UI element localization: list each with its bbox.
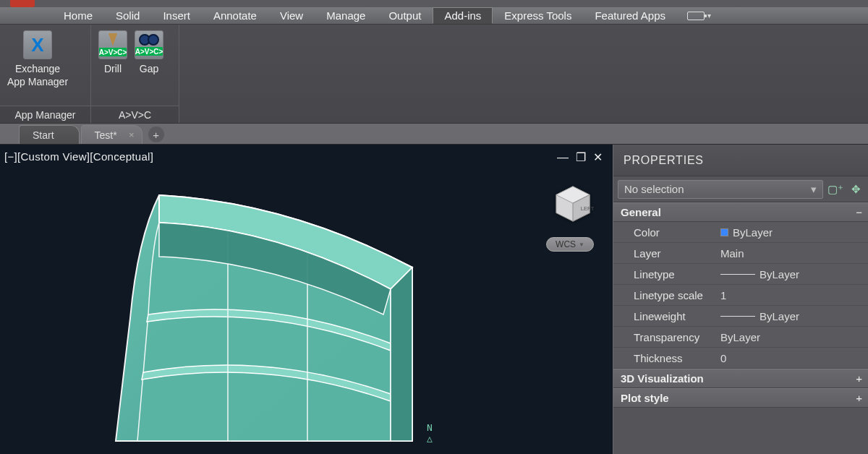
new-tab-button[interactable]: + — [148, 127, 164, 142]
prop-value: ByLayer — [760, 310, 799, 322]
prop-value: ByLayer — [733, 226, 773, 239]
prop-value: ByLayer — [720, 331, 760, 343]
file-tab-test[interactable]: Test* × — [81, 125, 142, 144]
lineweight-preview-icon — [720, 316, 755, 317]
selection-row: No selection ▾ ▢⁺ ✥ — [613, 176, 868, 202]
prop-label: Thickness — [613, 352, 720, 364]
quick-select-icon[interactable]: ▢⁺ — [827, 181, 843, 197]
prop-value: 1 — [720, 289, 726, 301]
chevron-down-icon: ▼ — [579, 241, 584, 248]
menu-addins[interactable]: Add-ins — [433, 7, 493, 24]
prop-row-linetype-scale[interactable]: Linetype scale 1 — [613, 285, 868, 306]
prop-row-transparency[interactable]: Transparency ByLayer — [613, 327, 868, 348]
menu-solid[interactable]: Solid — [104, 7, 151, 24]
viewport[interactable]: [−][Custom View][Conceptual] — ❐ ✕ LEFT … — [0, 145, 613, 454]
tab-label: Test* — [95, 129, 117, 141]
ribbon: X Exchange App Manager App Manager A>V>C… — [0, 25, 868, 124]
viewport-label[interactable]: [−][Custom View][Conceptual] — [4, 150, 153, 163]
selection-value: No selection — [624, 183, 684, 195]
compass-label: N — [427, 422, 433, 433]
menu-annotate[interactable]: Annotate — [202, 7, 268, 24]
viewcube[interactable]: LEFT — [552, 184, 594, 226]
button-label: Exchange App Manager — [7, 63, 68, 88]
prop-label: Linetype scale — [613, 289, 720, 301]
collapse-icon: − — [856, 206, 862, 218]
section-title: 3D Visualization — [621, 372, 704, 385]
file-tab-start[interactable]: Start — [19, 125, 80, 144]
prop-row-color[interactable]: Color ByLayer — [613, 222, 868, 243]
button-label: Gap — [140, 63, 158, 76]
exchange-app-manager-button[interactable]: X Exchange App Manager — [7, 29, 68, 88]
file-tab-bar: Start Test* × + — [0, 124, 868, 145]
prop-value: 0 — [720, 352, 726, 364]
menu-express-tools[interactable]: Express Tools — [493, 7, 583, 24]
restore-icon[interactable]: ❐ — [576, 150, 586, 164]
gap-icon: A>V>C> — [135, 30, 163, 59]
prop-value: Main — [720, 247, 744, 260]
prop-row-layer[interactable]: Layer Main — [613, 243, 868, 264]
selection-dropdown[interactable]: No selection ▾ — [618, 180, 823, 199]
menu-output[interactable]: Output — [377, 7, 433, 24]
linetype-preview-icon — [720, 274, 755, 275]
prop-label: Layer — [613, 247, 720, 260]
section-title: Plot style — [621, 392, 669, 404]
expand-icon: + — [856, 372, 862, 385]
prop-label: Color — [613, 226, 720, 239]
ribbon-group-app-manager: X Exchange App Manager App Manager — [0, 25, 91, 123]
tab-label: Start — [33, 129, 54, 141]
menu-manage[interactable]: Manage — [315, 7, 377, 24]
expand-icon: + — [856, 392, 862, 404]
ribbon-group-title: App Manager — [0, 106, 90, 123]
close-icon[interactable]: ✕ — [593, 150, 603, 164]
prop-value: ByLayer — [760, 268, 799, 280]
title-strip — [0, 0, 868, 7]
chevron-down-icon: ▾ — [808, 183, 820, 196]
ribbon-tab-bar: Home Solid Insert Annotate View Manage O… — [0, 7, 868, 25]
close-icon[interactable]: × — [129, 129, 135, 140]
prop-row-thickness[interactable]: Thickness 0 — [613, 348, 868, 369]
wcs-badge[interactable]: WCS ▼ — [546, 237, 594, 252]
section-general[interactable]: General − — [613, 202, 868, 222]
ribbon-group-avc: A>V>C> Drill A>V>C> Gap A>V>C — [91, 25, 179, 123]
prop-row-lineweight[interactable]: Lineweight ByLayer — [613, 306, 868, 327]
section-3d-visualization[interactable]: 3D Visualization + — [613, 369, 868, 388]
workspace: [−][Custom View][Conceptual] — ❐ ✕ LEFT … — [0, 145, 868, 454]
minimize-icon[interactable]: — — [557, 151, 569, 164]
gap-button[interactable]: A>V>C> Gap — [135, 29, 163, 76]
cube-face-left: LEFT — [581, 205, 594, 212]
compass: N △ — [427, 422, 433, 444]
ribbon-group-title: A>V>C — [91, 106, 179, 123]
section-plot-style[interactable]: Plot style + — [613, 388, 868, 408]
compass-arrow-icon: △ — [427, 433, 433, 444]
battery-icon[interactable] — [687, 12, 705, 20]
app-logo-icon[interactable] — [10, 0, 35, 7]
menu-insert[interactable]: Insert — [151, 7, 202, 24]
exchange-icon: X — [23, 30, 52, 59]
chevron-down-icon[interactable]: ▾ — [707, 12, 711, 20]
general-rows: Color ByLayer Layer Main Linetype ByLaye… — [613, 222, 868, 369]
menu-home[interactable]: Home — [52, 7, 104, 24]
drill-icon: A>V>C> — [98, 30, 127, 59]
menu-view[interactable]: View — [268, 7, 315, 24]
model-geometry — [51, 188, 427, 454]
prop-label: Linetype — [613, 268, 720, 280]
button-label: Drill — [104, 63, 122, 76]
prop-label: Transparency — [613, 331, 720, 343]
wcs-label: WCS — [556, 239, 576, 249]
menu-featured-apps[interactable]: Featured Apps — [583, 7, 677, 24]
properties-title: PROPERTIES — [613, 145, 868, 176]
color-swatch-icon — [720, 228, 728, 236]
prop-label: Lineweight — [613, 310, 720, 322]
drill-button[interactable]: A>V>C> Drill — [98, 29, 127, 76]
prop-row-linetype[interactable]: Linetype ByLayer — [613, 264, 868, 285]
pick-add-icon[interactable]: ✥ — [848, 181, 864, 197]
viewport-window-controls: — ❐ ✕ — [557, 150, 603, 164]
properties-panel: PROPERTIES No selection ▾ ▢⁺ ✥ General −… — [613, 145, 868, 454]
section-title: General — [621, 206, 661, 218]
